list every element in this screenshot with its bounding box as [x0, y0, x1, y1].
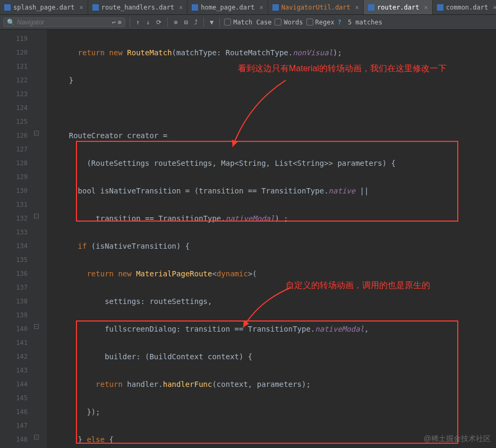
- find-toolbar: 🔍 ↩ ⊗ ↑ ↓ ⟳ ⊕ ⊟ ⤴ ▼ Match Case Words Reg…: [0, 15, 496, 30]
- dart-file-icon: [4, 4, 11, 11]
- tab-home-page[interactable]: home_page.dart ×: [187, 0, 268, 14]
- tab-close-icon[interactable]: ×: [355, 4, 359, 11]
- code-content[interactable]: return new RouteMatch(matchType: RouteMa…: [47, 30, 496, 448]
- match-case-checkbox[interactable]: Match Case: [224, 19, 271, 26]
- editor-area: 1191201211221231241251261271281291301311…: [0, 30, 496, 448]
- history-icon[interactable]: ↩: [112, 19, 116, 26]
- tab-splash-page[interactable]: splash_page.dart ×: [0, 0, 88, 14]
- tab-close-icon[interactable]: ×: [424, 4, 428, 11]
- regex-checkbox[interactable]: Regex: [306, 19, 335, 26]
- tab-navigator-util[interactable]: NavigatorUtil.dart ×: [268, 0, 364, 14]
- tab-label: route_handlers.dart: [101, 4, 174, 11]
- svg-rect-1: [92, 4, 99, 11]
- dart-file-icon: [437, 4, 443, 11]
- watermark: @稀土掘金技术社区: [424, 434, 491, 444]
- tab-close-icon[interactable]: ×: [260, 4, 263, 11]
- line-numbers: 1191201211221231241251261271281291301311…: [0, 30, 32, 448]
- help-icon[interactable]: ?: [338, 19, 341, 26]
- match-count: 5 matches: [348, 19, 382, 26]
- add-selection-icon[interactable]: ⊕: [172, 19, 179, 26]
- find-field[interactable]: [17, 19, 110, 26]
- annotation-2: 自定义的转场动画，调用的也是原生的: [286, 278, 496, 292]
- svg-rect-5: [437, 4, 443, 11]
- tab-common[interactable]: common.dart ×: [433, 0, 496, 14]
- next-match-icon[interactable]: ↓: [144, 19, 151, 26]
- search-icon: 🔍: [7, 19, 15, 26]
- dart-file-icon: [92, 4, 99, 11]
- tab-label: NavigatorUtil.dart: [281, 4, 350, 11]
- separator: [203, 18, 204, 27]
- dart-file-icon: [368, 4, 374, 11]
- fold-collapse-icon[interactable]: −: [34, 324, 39, 329]
- tab-close-icon[interactable]: ×: [493, 4, 496, 11]
- dart-file-icon: [192, 4, 198, 11]
- tab-label: home_page.dart: [201, 4, 254, 11]
- highlight-box-1: [76, 141, 458, 222]
- tab-route-handlers[interactable]: route_handlers.dart ×: [88, 0, 188, 14]
- tab-close-icon[interactable]: ×: [179, 4, 183, 11]
- svg-rect-0: [4, 4, 11, 11]
- fold-collapse-icon[interactable]: −: [34, 214, 39, 218]
- separator: [130, 18, 130, 27]
- fold-collapse-icon[interactable]: −: [34, 131, 39, 136]
- tab-label: splash_page.dart: [13, 4, 75, 11]
- fold-collapse-icon[interactable]: −: [34, 435, 39, 439]
- select-all-icon[interactable]: ⊟: [183, 19, 190, 26]
- find-input-wrapper[interactable]: 🔍 ↩ ⊗: [3, 18, 125, 27]
- separator: [219, 18, 220, 27]
- editor-tabs: splash_page.dart × route_handlers.dart ×…: [0, 0, 496, 15]
- svg-rect-2: [192, 4, 198, 11]
- separator: [167, 18, 168, 27]
- prev-match-icon[interactable]: ↑: [134, 19, 141, 26]
- tab-label: common.dart: [446, 4, 488, 11]
- dart-file-icon: [272, 4, 279, 11]
- tab-close-icon[interactable]: ×: [80, 4, 83, 11]
- svg-rect-3: [272, 4, 279, 11]
- tab-router[interactable]: router.dart ×: [364, 0, 433, 14]
- toggle-selection-icon[interactable]: ⟳: [155, 19, 163, 26]
- export-icon[interactable]: ⤴: [193, 19, 199, 26]
- svg-rect-4: [368, 4, 374, 11]
- fold-gutter: − − − −: [32, 30, 47, 448]
- tab-label: router.dart: [377, 4, 419, 11]
- clear-icon[interactable]: ⊗: [118, 19, 122, 26]
- filter-icon[interactable]: ▼: [208, 19, 215, 26]
- words-checkbox[interactable]: Words: [275, 19, 303, 26]
